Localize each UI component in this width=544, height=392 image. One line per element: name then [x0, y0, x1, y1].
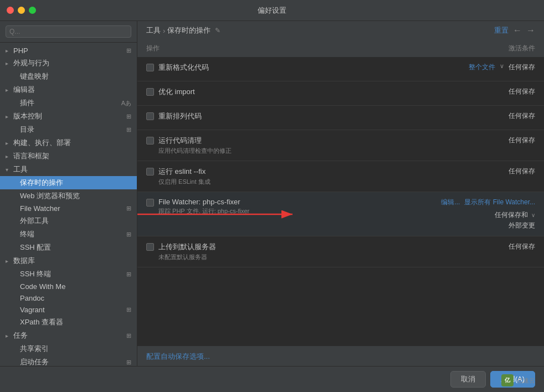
sidebar-item-label: Pandoc	[20, 294, 44, 302]
sidebar-item-file-watcher[interactable]: File Watcher ⊞	[0, 203, 137, 214]
sidebar-item-ssh-terminal[interactable]: SSH 终端 ⊞	[0, 267, 137, 281]
trigger-select-link[interactable]: 整个文件	[469, 63, 495, 72]
sidebar-item-save-actions[interactable]: 保存时的操作	[0, 176, 137, 189]
sidebar-item-xpath[interactable]: XPath 查看器	[0, 316, 137, 329]
row-content: 运行 eslint --fix 仅启用 ESLint 集成	[158, 167, 211, 186]
sidebar-item-web-browser[interactable]: Web 浏览器和预览	[0, 189, 137, 203]
row-subtitle: 应用代码清理检查中的修正	[158, 147, 232, 155]
checkbox-rearrange[interactable]	[146, 112, 154, 120]
sidebar-item-vagrant[interactable]: Vagrant ⊞	[0, 304, 137, 316]
row-right: 任何保存	[424, 167, 535, 176]
trigger-label: 任何保存	[509, 136, 535, 145]
sidebar-item-editor[interactable]: ▸ 编辑器	[0, 83, 137, 96]
sidebar-item-label: 数据库	[13, 256, 35, 266]
table-row: File Watcher: php-cs-fixer 跟踪 PHP 文件. 运行…	[137, 192, 544, 236]
sidebar-item-tools[interactable]: ▾ 工具	[0, 163, 137, 176]
item-icon: Aあ	[121, 99, 131, 107]
expand-arrow: ▸	[6, 140, 13, 146]
row-left: 重新格式化代码	[146, 63, 424, 73]
sidebar-item-label: 终端	[20, 229, 34, 239]
sidebar-item-terminal[interactable]: 终端 ⊞	[0, 228, 137, 241]
close-button[interactable]	[7, 7, 14, 14]
expand-arrow: ▸	[6, 333, 13, 339]
row-content: 优化 import	[158, 87, 195, 97]
row-title: 重新格式化代码	[158, 63, 209, 73]
sidebar-item-label: 共享索引	[20, 344, 49, 354]
row-title: 运行 eslint --fix	[158, 167, 211, 177]
sidebar: ▸ PHP ⊞ ▸ 外观与行为 键盘映射 ▸ 编辑器 插件 Aあ	[0, 21, 137, 366]
header-actions: 重置 ← →	[494, 25, 535, 35]
row-subtitle: 仅启用 ESLint 集成	[158, 178, 211, 186]
sidebar-item-label: 插件	[20, 98, 34, 108]
sidebar-item-label: 启动任务	[20, 357, 49, 366]
content-header: 工具 › 保存时的操作 ✎ 重置 ← →	[137, 21, 544, 40]
row-content: File Watcher: php-cs-fixer 跟踪 PHP 文件. 运行…	[158, 198, 249, 215]
sidebar-item-dir[interactable]: 目录 ⊞	[0, 123, 137, 136]
sidebar-item-database[interactable]: ▸ 数据库	[0, 254, 137, 267]
sidebar-item-label: PHP	[13, 47, 28, 55]
expand-arrow: ▸	[6, 87, 13, 93]
search-input[interactable]	[6, 25, 131, 38]
sidebar-item-share-index[interactable]: 共享索引	[0, 342, 137, 355]
row-left: 优化 import	[146, 87, 424, 97]
row-subtitle: 未配置默认服务器	[158, 253, 216, 261]
sidebar-item-label: 构建、执行、部署	[13, 138, 71, 148]
sidebar-item-code-with-me[interactable]: Code With Me	[0, 281, 137, 292]
expand-arrow: ▸	[6, 258, 13, 264]
edit-link[interactable]: 编辑...	[441, 198, 460, 207]
cancel-button[interactable]: 取消	[450, 371, 486, 388]
row-left: 上传到默认服务器 未配置默认服务器	[146, 242, 424, 261]
sidebar-item-label: 工具	[13, 164, 28, 174]
sidebar-item-label: 版本控制	[13, 111, 42, 121]
breadcrumb-edit-icon[interactable]: ✎	[215, 27, 220, 34]
sidebar-list: ▸ PHP ⊞ ▸ 外观与行为 键盘映射 ▸ 编辑器 插件 Aあ	[0, 43, 137, 366]
row-content: 运行代码清理 应用代码清理检查中的修正	[158, 136, 232, 155]
table-container: 重新格式化代码 整个文件 ∨ 任何保存 优化 import	[137, 57, 544, 346]
checkbox-code-cleanup[interactable]	[146, 137, 154, 145]
chevron-down-icon: ∨	[500, 63, 504, 70]
sidebar-item-appearance[interactable]: ▸ 外观与行为	[0, 56, 137, 70]
breadcrumb-current: 保存时的操作	[167, 25, 211, 35]
row-title: File Watcher: php-cs-fixer	[158, 198, 249, 206]
expand-arrow: ▸	[6, 153, 13, 159]
title-bar: 偏好设置	[0, 0, 544, 21]
checkbox-reformat[interactable]	[146, 64, 154, 71]
sidebar-item-lang[interactable]: ▸ 语言和框架	[0, 149, 137, 163]
row-left: 运行 eslint --fix 仅启用 ESLint 集成	[146, 167, 424, 186]
row-title: 上传到默认服务器	[158, 242, 216, 252]
checkbox-eslint[interactable]	[146, 168, 154, 176]
checkbox-optimize-import[interactable]	[146, 88, 154, 96]
sidebar-item-label: Code With Me	[20, 282, 65, 291]
item-icon: ⊞	[126, 332, 131, 339]
sidebar-item-build[interactable]: ▸ 构建、执行、部署	[0, 136, 137, 149]
sidebar-item-pandoc[interactable]: Pandoc	[0, 292, 137, 304]
sidebar-item-php[interactable]: ▸ PHP ⊞	[0, 45, 137, 56]
row-content: 上传到默认服务器 未配置默认服务器	[158, 242, 216, 261]
reset-button[interactable]: 重置	[494, 25, 509, 35]
table-row: 重新格式化代码 整个文件 ∨ 任何保存	[137, 57, 544, 81]
nav-forward-button[interactable]: →	[526, 25, 535, 35]
sidebar-item-plugins[interactable]: 插件 Aあ	[0, 96, 137, 110]
content-area: 工具 › 保存时的操作 ✎ 重置 ← → 操作 激活条件	[137, 21, 544, 366]
sidebar-item-vcs[interactable]: ▸ 版本控制 ⊞	[0, 110, 137, 123]
show-all-link[interactable]: 显示所有 File Watcher...	[464, 198, 535, 207]
checkbox-upload[interactable]	[146, 243, 154, 251]
sidebar-item-ssh-config[interactable]: SSH 配置	[0, 241, 137, 254]
sidebar-item-tasks[interactable]: ▸ 任务 ⊞	[0, 329, 137, 342]
row-right: 任何保存	[424, 242, 535, 251]
item-icon: ⊞	[126, 126, 131, 133]
nav-back-button[interactable]: ←	[513, 25, 522, 35]
config-link[interactable]: 配置自动保存选项...	[146, 352, 210, 360]
sidebar-item-keymap[interactable]: 键盘映射	[0, 70, 137, 83]
table-row: 优化 import 任何保存	[137, 81, 544, 106]
sidebar-item-label: 外部工具	[20, 216, 49, 226]
maximize-button[interactable]	[29, 7, 36, 14]
search-box[interactable]	[0, 21, 137, 43]
trigger-label: 任何保存	[509, 111, 535, 121]
sidebar-item-external-tools[interactable]: 外部工具	[0, 214, 137, 228]
row-title: 运行代码清理	[158, 136, 232, 146]
checkbox-file-watcher[interactable]	[146, 199, 154, 207]
breadcrumb: 工具 › 保存时的操作 ✎	[146, 25, 492, 35]
minimize-button[interactable]	[18, 7, 25, 14]
sidebar-item-startup-tasks[interactable]: 启动任务 ⊞	[0, 355, 137, 366]
